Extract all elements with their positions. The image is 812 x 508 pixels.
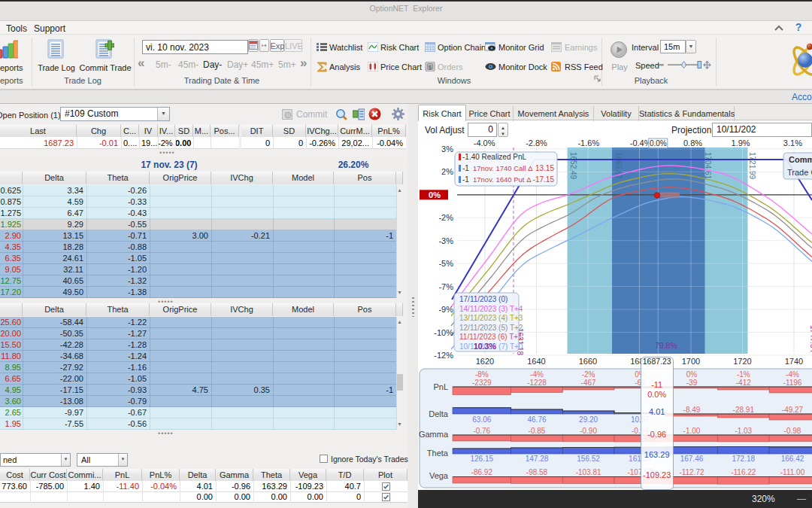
svg-text:13/11/2023 (4) T+3: 13/11/2023 (4) T+3 xyxy=(459,314,523,322)
svg-text:79.8%: 79.8% xyxy=(655,341,677,350)
svg-text:17/11/2023 (0): 17/11/2023 (0) xyxy=(459,295,508,303)
svg-text:17nov. 1640 Put Δ: 17nov. 1640 Put Δ xyxy=(473,175,532,184)
svg-text:-4.0%: -4.0% xyxy=(474,138,495,148)
svg-text:13.15: 13.15 xyxy=(535,164,554,172)
svg-text:11/11/2023 (6) T+1: 11/11/2023 (6) T+1 xyxy=(459,333,523,341)
svg-text:0.8%: 0.8% xyxy=(683,138,702,148)
svg-text:-9%: -9% xyxy=(438,305,453,314)
svg-text:PnL: PnL xyxy=(433,382,448,391)
svg-text:-1%: -1% xyxy=(737,370,750,379)
svg-text:-1.6%: -1.6% xyxy=(577,138,599,148)
svg-text:-0.96: -0.96 xyxy=(647,430,666,439)
svg-text:Gamma: Gamma xyxy=(419,430,449,439)
svg-text:-109.23: -109.23 xyxy=(643,470,671,479)
svg-text:-0.90: -0.90 xyxy=(580,427,597,435)
svg-text:1640: 1640 xyxy=(527,357,545,366)
svg-text:166.42: 166.42 xyxy=(781,455,804,463)
svg-text:-1228: -1228 xyxy=(527,379,547,387)
svg-text:-11: -11 xyxy=(651,380,662,389)
svg-text:1700: 1700 xyxy=(682,357,700,366)
svg-text:1720: 1720 xyxy=(733,357,751,366)
svg-text:-4%: -4% xyxy=(786,370,799,379)
svg-text:1740: 1740 xyxy=(785,357,803,366)
svg-text:-1196: -1196 xyxy=(783,379,802,387)
svg-text:-98.58: -98.58 xyxy=(526,468,548,476)
svg-text:Trade C: Trade C xyxy=(787,168,812,177)
svg-text:-1: -1 xyxy=(462,164,469,172)
svg-text:126.15: 126.15 xyxy=(471,455,494,463)
svg-text:-0.76: -0.76 xyxy=(473,427,490,435)
svg-text:-0.85: -0.85 xyxy=(529,427,546,435)
svg-text:Delta: Delta xyxy=(429,409,449,418)
svg-text:1721.99: 1721.99 xyxy=(748,152,756,180)
svg-text:-10%: -10% xyxy=(434,328,453,337)
svg-text:172.18: 172.18 xyxy=(732,455,756,463)
svg-text:-12%: -12% xyxy=(434,351,453,360)
svg-text:-412: -412 xyxy=(736,379,751,387)
svg-text:-7%: -7% xyxy=(438,282,453,291)
svg-text:1620: 1620 xyxy=(476,357,494,366)
svg-text:156.52: 156.52 xyxy=(577,455,600,463)
svg-text:10.3%: 10.3% xyxy=(474,342,496,351)
svg-text:-1: -1 xyxy=(462,175,469,184)
svg-text:-28.91: -28.91 xyxy=(733,406,755,414)
svg-text:-0.98: -0.98 xyxy=(784,427,801,435)
svg-text:0.0%: 0.0% xyxy=(650,139,667,148)
svg-text:-2.8%: -2.8% xyxy=(526,138,547,148)
svg-text:1704.61: 1704.61 xyxy=(704,152,712,180)
svg-text:14/11/2023 (3) T+4: 14/11/2023 (3) T+4 xyxy=(459,305,523,313)
svg-text:1652.49: 1652.49 xyxy=(569,152,577,180)
svg-text:-1.40 Realized PnL: -1.40 Realized PnL xyxy=(462,153,526,161)
svg-text:12/11/2023 (5) T+2: 12/11/2023 (5) T+2 xyxy=(459,324,523,332)
svg-text:Comme: Comme xyxy=(789,155,812,164)
svg-text:-17.15: -17.15 xyxy=(533,175,555,184)
svg-text:-2329: -2329 xyxy=(472,379,492,387)
svg-text:4.01: 4.01 xyxy=(649,407,665,416)
svg-text:17nov. 1740 Call Δ: 17nov. 1740 Call Δ xyxy=(473,164,533,172)
svg-text:-2%: -2% xyxy=(582,370,595,379)
svg-text:-5%: -5% xyxy=(438,259,453,268)
svg-text:Theta: Theta xyxy=(427,449,449,458)
svg-text:-8.49: -8.49 xyxy=(683,406,701,414)
svg-text:1687.23: 1687.23 xyxy=(643,357,671,366)
svg-text:-467: -467 xyxy=(581,379,596,387)
svg-text:0%: 0% xyxy=(429,190,441,199)
svg-text:0.0%: 0.0% xyxy=(647,390,666,399)
svg-text:2%: 2% xyxy=(441,167,453,176)
svg-text:29.20: 29.20 xyxy=(579,415,598,424)
svg-text:-103.81: -103.81 xyxy=(576,468,601,476)
svg-text:3%: 3% xyxy=(441,144,453,154)
svg-text:-8%: -8% xyxy=(475,370,489,379)
svg-text:-111.00: -111.00 xyxy=(780,468,805,476)
svg-text:63.06: 63.06 xyxy=(472,415,491,424)
svg-text:163.29: 163.29 xyxy=(644,450,670,459)
svg-text:147.28: 147.28 xyxy=(526,455,549,463)
svg-text:-86.92: -86.92 xyxy=(471,468,493,476)
svg-text:1.9%: 1.9% xyxy=(732,138,750,148)
svg-text:-2%: -2% xyxy=(438,213,453,222)
svg-text:3.1%: 3.1% xyxy=(783,138,802,148)
svg-text:-112.72: -112.72 xyxy=(679,468,704,476)
svg-text:167.46: 167.46 xyxy=(680,455,704,463)
svg-text:-39: -39 xyxy=(686,379,698,387)
svg-text:-3%: -3% xyxy=(438,236,453,245)
svg-text:0%: 0% xyxy=(686,370,698,379)
svg-text:46.76: 46.76 xyxy=(527,415,546,424)
svg-text:-1.00: -1.00 xyxy=(683,427,701,435)
svg-text:Vega: Vega xyxy=(429,471,449,480)
svg-text:-49.27: -49.27 xyxy=(782,406,804,414)
svg-text:1660: 1660 xyxy=(579,357,597,366)
svg-text:1747.54: 1747.54 xyxy=(809,325,812,353)
svg-text:-4%: -4% xyxy=(530,370,544,379)
svg-text:-1.03: -1.03 xyxy=(735,427,752,435)
svg-text:-116.22: -116.22 xyxy=(731,468,756,476)
